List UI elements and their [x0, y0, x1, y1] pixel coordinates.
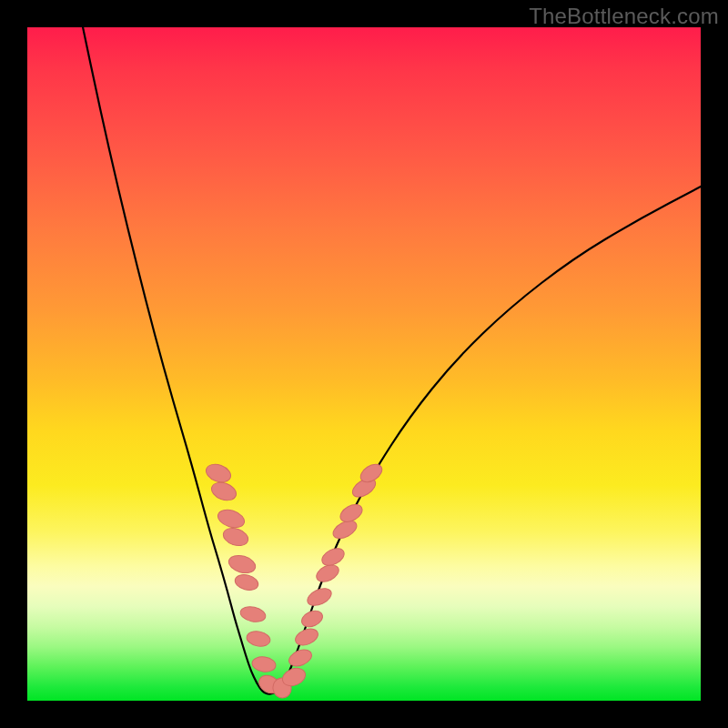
bead-marker [299, 608, 325, 630]
chart-svg [27, 27, 701, 701]
bead-marker [227, 552, 258, 576]
bead-marker [246, 630, 271, 648]
curve-right [284, 187, 701, 682]
bead-marker [293, 626, 320, 649]
bead-marker [216, 507, 247, 531]
bead-marker [233, 572, 259, 592]
curve-left [82, 27, 257, 682]
bead-marker [239, 604, 268, 623]
bead-marker [204, 461, 233, 485]
plot-area [27, 27, 701, 701]
curve-beads [204, 460, 385, 699]
watermark-text: TheBottleneck.com [529, 4, 719, 29]
chart-frame: TheBottleneck.com [0, 0, 728, 728]
bead-marker [209, 480, 238, 503]
bead-marker [221, 525, 250, 549]
bead-marker [251, 655, 277, 672]
